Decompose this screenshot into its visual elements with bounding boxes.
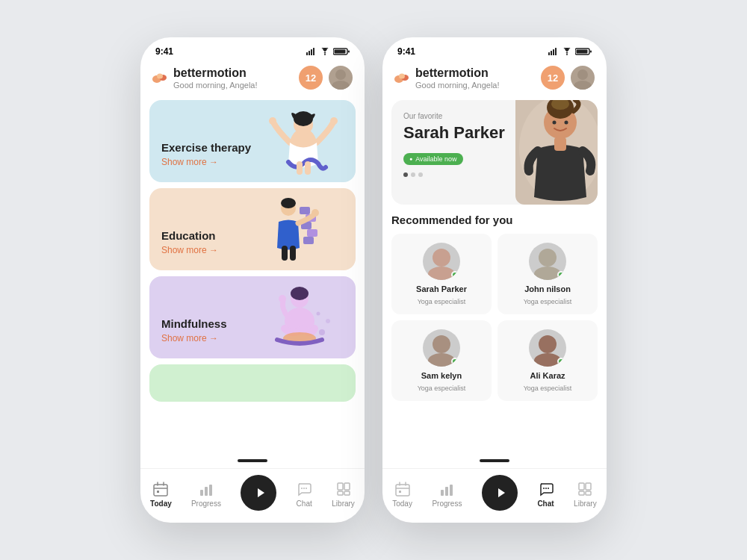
- svg-point-73: [539, 249, 557, 267]
- phone-1: 9:41: [140, 37, 365, 523]
- nav-chat-2[interactable]: Chat: [537, 481, 554, 508]
- nav-library-1[interactable]: Library: [332, 481, 355, 508]
- svg-rect-80: [399, 491, 401, 493]
- nav-play-2[interactable]: [482, 475, 518, 514]
- svg-rect-20: [303, 237, 314, 244]
- status-icons-2: [548, 48, 592, 55]
- nav-progress-label-2: Progress: [432, 500, 462, 508]
- svg-rect-49: [338, 491, 343, 495]
- svg-rect-6: [335, 50, 346, 54]
- specialist-avatar-2: [423, 329, 460, 367]
- bottom-nav-2: Today Progress: [382, 468, 607, 523]
- card-education-show[interactable]: Show more →: [161, 245, 218, 255]
- play-button-2[interactable]: [482, 475, 518, 511]
- specialist-card-1[interactable]: John nilson Yoga especialist: [498, 234, 598, 314]
- play-icon-2: [495, 487, 506, 499]
- svg-rect-0: [306, 52, 308, 55]
- svg-rect-91: [586, 491, 591, 495]
- card-mindfulness-illus: [251, 276, 356, 358]
- status-bar-2: 9:41: [382, 37, 607, 61]
- nav-library-label-1: Library: [332, 500, 355, 508]
- avatar-2[interactable]: [571, 66, 595, 90]
- card-exercise[interactable]: Exercise therapy Show more →: [149, 100, 356, 182]
- svg-point-77: [539, 335, 557, 353]
- card-mindfulness[interactable]: Mindfulness Show more →: [149, 276, 356, 358]
- svg-point-34: [279, 295, 286, 302]
- svg-point-86: [545, 488, 547, 489]
- svg-point-75: [433, 335, 450, 353]
- specialist-name-0: Sarah Parker: [416, 284, 467, 293]
- chat-icon-1: [296, 481, 312, 497]
- nav-library-2[interactable]: Library: [574, 481, 597, 508]
- svg-point-36: [326, 319, 330, 323]
- svg-point-71: [433, 249, 450, 267]
- specialist-avatar-1: [529, 243, 566, 280]
- signal-icon: [306, 48, 317, 55]
- hero-dot-3: [418, 172, 423, 177]
- mindfulness-figure: [262, 280, 344, 355]
- time-2: 9:41: [397, 46, 415, 57]
- svg-rect-7: [348, 51, 350, 53]
- card-mindfulness-show[interactable]: Show more →: [161, 333, 227, 343]
- nav-progress-1[interactable]: Progress: [191, 481, 221, 508]
- signal-icon-2: [548, 48, 559, 55]
- play-button-1[interactable]: [241, 475, 276, 511]
- online-dot-0: [451, 271, 459, 279]
- time-1: 9:41: [155, 46, 173, 57]
- chat-icon-2: [538, 481, 554, 497]
- specialist-role-2: Yoga especialist: [418, 385, 466, 392]
- svg-point-26: [281, 198, 296, 208]
- svg-rect-52: [551, 51, 552, 55]
- nav-today-1[interactable]: Today: [150, 481, 172, 508]
- today-icon-2: [394, 481, 411, 497]
- scroll-area-2: [382, 456, 607, 468]
- exercise-figure: [262, 104, 344, 178]
- svg-point-37: [317, 312, 320, 316]
- status-bar-1: 9:41: [140, 37, 365, 61]
- specialist-role-1: Yoga especialist: [524, 298, 572, 305]
- svg-rect-82: [445, 487, 448, 496]
- svg-point-45: [303, 488, 305, 489]
- badge-2[interactable]: 12: [541, 66, 565, 90]
- library-icon-2: [577, 481, 593, 497]
- card-exercise-show[interactable]: Show more →: [161, 157, 251, 167]
- today-icon-1: [152, 481, 169, 497]
- svg-rect-81: [441, 490, 444, 496]
- svg-point-61: [399, 74, 405, 79]
- svg-rect-2: [311, 49, 312, 55]
- card-mindfulness-text: Mindfulness Show more →: [161, 317, 227, 343]
- right-content: Our favorite Sarah Parker Available now: [382, 97, 607, 456]
- nav-progress-label-1: Progress: [191, 500, 221, 508]
- svg-rect-58: [590, 51, 592, 53]
- header-right-2: 12: [541, 66, 595, 90]
- svg-point-12: [332, 81, 350, 90]
- svg-rect-18: [297, 161, 303, 175]
- svg-rect-57: [577, 50, 588, 54]
- progress-icon-1: [198, 481, 214, 497]
- svg-marker-84: [498, 488, 505, 497]
- svg-point-31: [291, 287, 309, 300]
- nav-progress-2[interactable]: Progress: [432, 481, 462, 508]
- avatar-1[interactable]: [329, 66, 353, 90]
- card-education[interactable]: Education Show more →: [149, 188, 356, 270]
- hero-avatar: [515, 100, 598, 205]
- svg-point-85: [543, 488, 545, 489]
- svg-rect-79: [396, 485, 409, 496]
- specialist-card-3[interactable]: Ali Karaz Yoga especialist: [498, 320, 598, 401]
- online-dot-2: [451, 358, 459, 365]
- specialist-avatar-0: [423, 243, 460, 280]
- specialist-card-2[interactable]: Sam kelyn Yoga especialist: [391, 320, 492, 401]
- nav-chat-1[interactable]: Chat: [296, 481, 312, 508]
- hero-card[interactable]: Our favorite Sarah Parker Available now: [391, 100, 598, 205]
- nav-play-1[interactable]: [241, 475, 276, 514]
- svg-point-4: [324, 54, 326, 55]
- specialist-card-0[interactable]: Sarah Parker Yoga especialist: [391, 234, 492, 314]
- nav-today-2[interactable]: Today: [392, 481, 412, 508]
- available-badge: Available now: [403, 153, 463, 165]
- card-education-text: Education Show more →: [161, 229, 218, 255]
- scroll-area-1: [140, 456, 365, 468]
- nav-chat-label-1: Chat: [297, 500, 312, 508]
- badge-1[interactable]: 12: [299, 66, 323, 90]
- svg-rect-24: [300, 207, 310, 214]
- card-exercise-text: Exercise therapy Show more →: [161, 141, 251, 167]
